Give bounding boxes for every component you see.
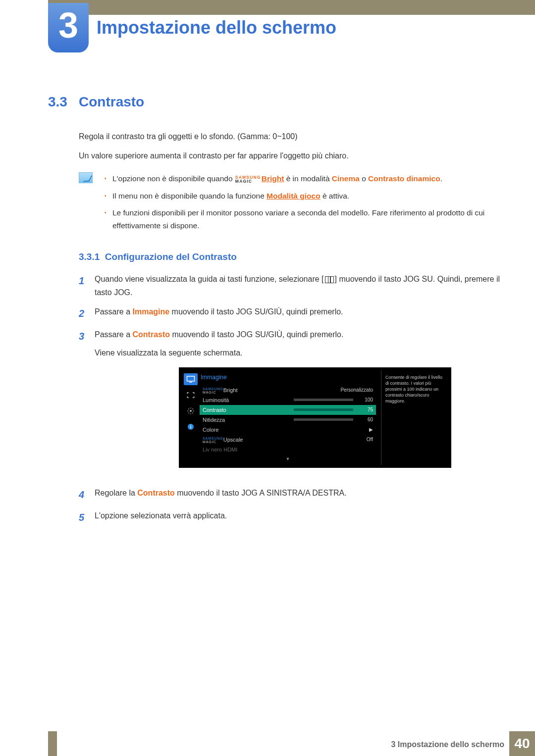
svg-rect-5 xyxy=(190,425,191,425)
section-body: 3.3Contrasto Regola il contrasto tra gli… xyxy=(48,94,500,532)
chapter-title: Impostazione dello schermo xyxy=(97,17,336,38)
osd-title: Immagine xyxy=(200,372,376,382)
osd-nav xyxy=(182,370,200,465)
osd-row-hdmi-black: Liv nero HDMI xyxy=(200,445,376,454)
menu-icon xyxy=(325,276,334,283)
slider-bar xyxy=(294,399,353,401)
step-number: 5 xyxy=(79,509,95,526)
slider-bar xyxy=(294,418,353,421)
osd-row-bright: SAMSUNGMAGICBright Personalizzato xyxy=(200,385,376,395)
step-number: 2 xyxy=(79,305,95,322)
note-item-1: L'opzione non è disponibile quando SAMSU… xyxy=(103,172,500,185)
intro-p1: Regola il contrasto tra gli oggetti e lo… xyxy=(79,130,500,143)
note-block: L'opzione non è disponibile quando SAMSU… xyxy=(79,172,500,236)
note-item-2: Il menu non è disponibile quando la funz… xyxy=(103,190,500,202)
section-number: 3.3 xyxy=(48,94,79,110)
step-3: 3 Passare a Contrasto muovendo il tasto … xyxy=(79,328,500,480)
osd-row-contrast: Contrasto 75 xyxy=(200,405,376,415)
footer: 3 Impostazione dello schermo 40 xyxy=(48,731,535,756)
osd-row-brightness: Luminosità 100 xyxy=(200,395,376,405)
slider-bar xyxy=(294,408,353,411)
svg-rect-0 xyxy=(187,376,195,381)
svg-rect-1 xyxy=(189,382,192,383)
osd-nav-picture-icon xyxy=(184,373,198,385)
section-title: Contrasto xyxy=(79,94,144,109)
footer-accent xyxy=(48,731,57,756)
chevron-down-icon: ▼ xyxy=(200,454,376,463)
intro-p2: Un valore superiore aumenta il contrasto… xyxy=(79,149,500,162)
step-number: 3 xyxy=(79,328,95,480)
step-4: 4 Regolare la Contrasto muovendo il tast… xyxy=(79,486,500,503)
header-bar xyxy=(48,0,535,15)
note-item-3: Le funzioni disponibili per il monitor p… xyxy=(103,206,500,233)
step-2: 2 Passare a Immagine muovendo il tasto J… xyxy=(79,305,500,322)
osd-nav-resize-icon xyxy=(184,389,198,401)
osd-nav-info-icon xyxy=(184,421,198,433)
step-5: 5 L'opzione selezionata verrà applicata. xyxy=(79,509,500,526)
step-number: 1 xyxy=(79,272,95,299)
bright-link: Bright xyxy=(262,174,284,183)
subsection-number: 3.3.1 xyxy=(79,252,100,262)
intro-text: Regola il contrasto tra gli oggetti e lo… xyxy=(79,130,500,162)
subsection-title: Configurazione del Contrasto xyxy=(105,252,237,262)
subsection-heading: 3.3.1 Configurazione del Contrasto xyxy=(79,252,500,262)
section-heading: 3.3Contrasto xyxy=(48,94,500,110)
chapter-number-tab: 3 xyxy=(48,3,89,52)
note-icon xyxy=(79,172,93,183)
osd-row-sharpness: Nitidezza 60 xyxy=(200,415,376,425)
note-list: L'opzione non è disponibile quando SAMSU… xyxy=(103,172,500,236)
samsung-magic-label: SAMSUNGMAGIC xyxy=(203,437,223,444)
osd-row-upscale: SAMSUNGMAGICUpscale Off xyxy=(200,435,376,445)
page-number: 40 xyxy=(509,731,535,756)
osd-row-color: Colore ▶ xyxy=(200,425,376,435)
footer-text: 3 Impostazione dello schermo xyxy=(391,740,505,749)
osd-main: Immagine SAMSUNGMAGICBright Personalizza… xyxy=(200,370,381,465)
chevron-right-icon: ▶ xyxy=(328,425,373,434)
osd-help-text: Consente di regolare il livello di contr… xyxy=(381,370,448,465)
step-number: 4 xyxy=(79,486,95,503)
samsung-magic-label: SAMSUNGMAGIC xyxy=(235,175,261,184)
osd-screenshot: Immagine SAMSUNGMAGICBright Personalizza… xyxy=(179,367,451,468)
svg-rect-4 xyxy=(190,426,191,428)
step-1: 1 Quando viene visualizzata la guida ai … xyxy=(79,272,500,299)
svg-point-2 xyxy=(190,410,192,412)
osd-nav-settings-icon xyxy=(184,405,198,417)
samsung-magic-label: SAMSUNGMAGIC xyxy=(203,387,223,394)
game-mode-link: Modalità gioco xyxy=(267,192,321,200)
steps-list: 1 Quando viene visualizzata la guida ai … xyxy=(79,272,500,526)
